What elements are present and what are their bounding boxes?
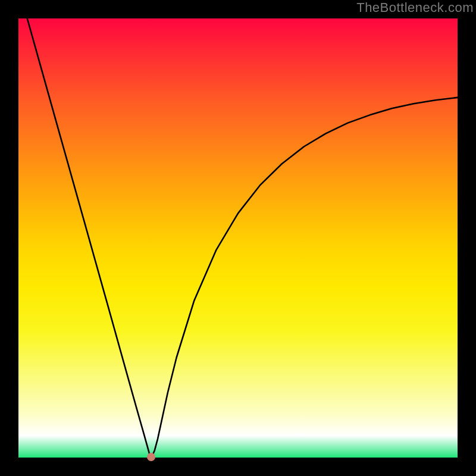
minimum-marker (147, 453, 155, 461)
plot-area (18, 18, 458, 458)
curve-svg (18, 18, 458, 458)
watermark-text: TheBottleneck.com (356, 0, 474, 15)
chart-frame: TheBottleneck.com (0, 0, 476, 476)
bottleneck-curve-path (27, 18, 458, 457)
